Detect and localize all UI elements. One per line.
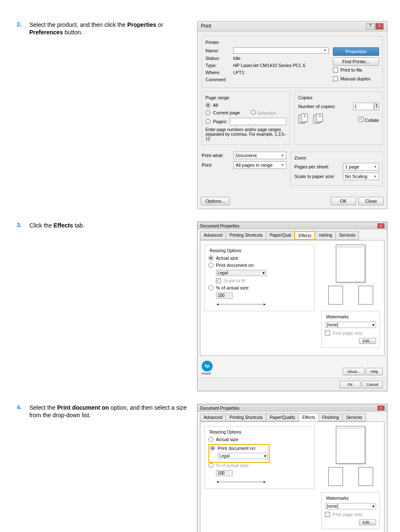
watermarks-label: Watermarks	[325, 315, 350, 319]
paper-size-select: Legal▾	[216, 270, 266, 276]
current-page-radio[interactable]	[205, 110, 210, 115]
close-button[interactable]: Close	[358, 197, 384, 205]
step-text: Select the Print document on option, and…	[29, 404, 189, 532]
collate-icon: 1 2 3	[298, 114, 311, 126]
scale-to-paper-select[interactable]: No Scaling▼	[343, 173, 379, 180]
preview-icon	[358, 467, 373, 486]
step-number: 4.	[13, 404, 29, 532]
document-properties-dialog: Document Properties × Advanced Printing …	[197, 404, 387, 532]
actual-size-radio[interactable]	[208, 256, 213, 261]
preview-icon	[358, 286, 373, 305]
chevron-down-icon: ▼	[281, 154, 284, 158]
all-radio[interactable]	[205, 103, 210, 108]
print-what-select[interactable]: Document▼	[234, 152, 286, 159]
about-button[interactable]: About...	[343, 368, 365, 375]
edit-button[interactable]: Edit...	[359, 338, 376, 344]
first-page-checkbox	[325, 331, 330, 336]
num-copies-input[interactable]	[353, 103, 374, 110]
where-label: Where:	[205, 70, 231, 75]
zoom-label: Zoom	[294, 155, 379, 160]
chevron-down-icon: ▾	[264, 454, 266, 458]
step-number: 3.	[13, 222, 29, 391]
edit-button[interactable]: Edit...	[359, 519, 376, 525]
tab-paper[interactable]: Paper/Quality	[266, 413, 299, 421]
selection-radio	[251, 110, 256, 115]
scale-to-fit-checkbox	[216, 278, 221, 283]
tab-finishing[interactable]: nishing	[315, 231, 336, 240]
chevron-down-icon: ▼	[323, 49, 327, 52]
print-label: Print:	[202, 163, 231, 168]
preview-icon	[336, 426, 365, 464]
preview-icon	[336, 245, 365, 282]
ok-button[interactable]: OK	[340, 381, 361, 388]
type-value: HP LaserJet CM1410 Series PCL 6	[233, 63, 305, 68]
tab-finishing[interactable]: Finishing	[318, 413, 343, 421]
print-doc-on-radio[interactable]	[210, 446, 215, 451]
percent-radio[interactable]	[208, 285, 213, 290]
printer-name-select[interactable]: ▼	[233, 47, 329, 54]
collate-icon: 1 2 3	[313, 114, 326, 126]
page-range-label: Page range	[205, 95, 286, 100]
tab-services[interactable]: Services	[335, 231, 359, 240]
tab-effects[interactable]: Effects	[294, 231, 315, 240]
resizing-options-label: Resizing Options	[208, 430, 243, 434]
actual-size-radio[interactable]	[208, 437, 213, 442]
first-page-checkbox	[325, 512, 330, 517]
watermark-select[interactable]: [none]▾	[325, 503, 376, 509]
pages-per-sheet-select[interactable]: 1 page▼	[343, 163, 379, 170]
options-button[interactable]: Options...	[201, 197, 230, 205]
chevron-down-icon: ▼	[374, 175, 377, 178]
chevron-down-icon: ▼	[374, 165, 377, 169]
manual-duplex-checkbox[interactable]	[333, 76, 338, 81]
step-text: Click the Effects tab.	[29, 222, 189, 391]
chevron-down-icon: ▾	[372, 323, 374, 327]
tab-shortcuts[interactable]: Printing Shortcuts	[226, 413, 266, 421]
close-icon[interactable]: ×	[377, 405, 384, 411]
watermarks-label: Watermarks	[325, 496, 350, 501]
name-label: Name:	[205, 48, 231, 53]
tab-advanced[interactable]: Advanced	[200, 231, 226, 240]
printer-section-label: Printer	[205, 40, 379, 45]
chevron-down-icon: ▾	[262, 271, 265, 275]
help-button[interactable]: Help	[366, 368, 383, 375]
type-label: Type:	[205, 63, 231, 68]
help-window-btn[interactable]: ?	[366, 23, 374, 30]
tab-shortcuts[interactable]: Printing Shortcuts	[226, 231, 266, 240]
preview-icon	[328, 286, 343, 305]
pages-input[interactable]	[230, 118, 286, 125]
percent-input	[216, 292, 233, 299]
hp-logo-icon: hp	[202, 361, 213, 372]
watermark-select[interactable]: [none]▾	[325, 322, 376, 328]
percent-radio	[208, 463, 213, 468]
copies-label: Copies	[298, 95, 379, 100]
tab-services[interactable]: Services	[342, 413, 366, 421]
print-doc-on-radio[interactable]	[208, 263, 213, 268]
tab-advanced[interactable]: Advanced	[200, 413, 226, 421]
percent-slider: ◄►	[216, 301, 266, 307]
paper-size-select[interactable]: Legal▾	[218, 453, 268, 459]
print-dialog: Print ? × Printer Name:	[197, 21, 387, 209]
tab-paper[interactable]: Paper/Qual	[266, 231, 295, 240]
close-icon[interactable]: ×	[377, 223, 384, 228]
preview-icon	[328, 467, 343, 486]
ok-button[interactable]: OK	[331, 197, 356, 205]
print-to-file-checkbox[interactable]	[333, 67, 338, 72]
percent-slider: ◄►	[216, 478, 266, 485]
properties-button[interactable]: Properties	[333, 47, 379, 56]
find-printer-button[interactable]: Find Printer...	[333, 57, 379, 66]
spinner-down[interactable]: ▼	[374, 106, 379, 108]
step-number: 2.	[13, 21, 29, 209]
pages-radio[interactable]	[205, 119, 210, 124]
print-what-label: Print what:	[202, 153, 231, 158]
dialog-title: Print	[201, 23, 211, 30]
status-label: Status:	[205, 56, 231, 61]
step-text: Select the product, and then click the P…	[29, 21, 189, 209]
close-window-btn[interactable]: ×	[375, 23, 384, 30]
cancel-button[interactable]: Cancel	[362, 381, 383, 388]
collate-checkbox[interactable]	[358, 117, 364, 122]
pages-hint: Enter page numbers and/or page ranges se…	[205, 127, 286, 141]
percent-input	[216, 470, 233, 476]
print-select[interactable]: All pages in range▼	[234, 161, 286, 169]
document-properties-dialog: Document Properties × Advanced Printing …	[197, 222, 387, 391]
tab-effects[interactable]: Effects	[299, 413, 319, 421]
